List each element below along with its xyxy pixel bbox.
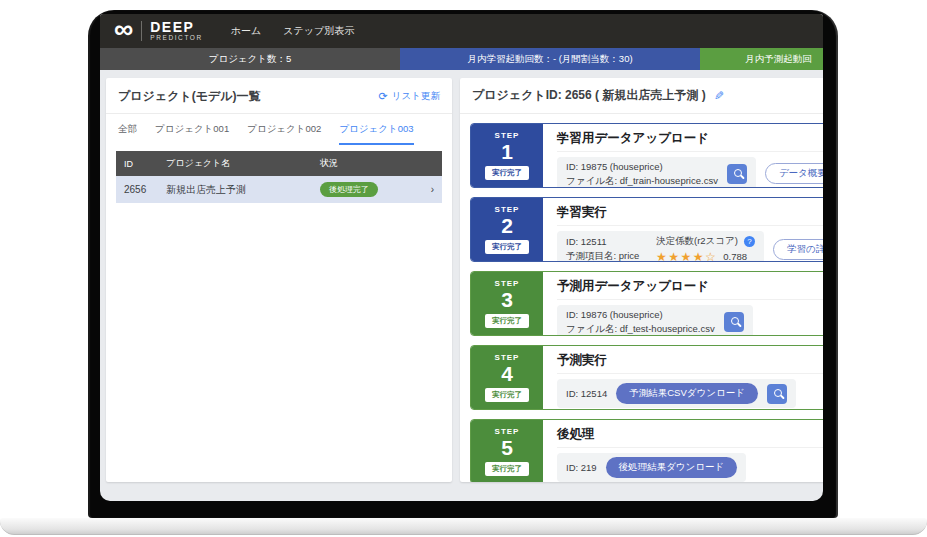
step-5-block: STEP 5 実行完了	[471, 420, 543, 482]
inspect-data-button[interactable]	[767, 384, 787, 404]
postprocess-download-button[interactable]: 後処理結果ダウンロード	[606, 457, 738, 478]
step-1-block: STEP 1 実行完了	[471, 124, 543, 187]
step-title: 予測実行	[557, 352, 823, 374]
inspect-data-button[interactable]	[724, 312, 744, 332]
laptop-screen: ∞ DEEP PREDICTOR ホーム ステップ別表示 プロジェクト数：5 月…	[100, 14, 823, 501]
nav-step-view[interactable]: ステップ別表示	[283, 24, 354, 38]
list-refresh-button[interactable]: ⟳ リスト更新	[379, 90, 440, 103]
step-3-block: STEP 3 実行完了	[471, 272, 543, 335]
step-number: 1	[501, 141, 513, 163]
step-word: STEP	[495, 279, 520, 288]
step-number: 5	[501, 437, 513, 459]
help-icon[interactable]: ?	[744, 236, 755, 247]
step-card-2: STEP 2 実行完了 学習実行 I	[470, 197, 823, 262]
step-number: 2	[501, 215, 513, 237]
col-header-spacer	[422, 151, 442, 176]
file-name: ファイル名: df_train-houseprice.csv	[566, 175, 718, 187]
step-2-block: STEP 2 実行完了	[471, 198, 543, 261]
refresh-icon: ⟳	[379, 90, 388, 103]
exec-status-badge: 実行完了	[485, 240, 529, 254]
step-card-4: STEP 4 実行完了 予測実行 ID: 12514 予測結果CSVダウンロード	[470, 345, 823, 410]
stat-training-runs: 月内学習起動回数：- (月間割当数：30)	[400, 48, 700, 70]
stat-prediction-runs: 月内予測起動回	[700, 48, 823, 70]
page: ∞ DEEP PREDICTOR ホーム ステップ別表示 プロジェクト数：5 月…	[0, 0, 927, 537]
step-1-body: 学習用データアップロード ID: 19875 (houseprice) ファイル…	[543, 124, 823, 187]
exec-status-badge: 実行完了	[485, 314, 529, 328]
step-list: STEP 1 実行完了 学習用データアップロード ID: 19875 (hous…	[460, 114, 823, 482]
project-detail-panel: プロジェクトID: 2656 ( 新規出店売上予測 ) ✎ STEP 1 実行完…	[460, 78, 823, 482]
laptop-base	[0, 518, 927, 535]
project-list-panel: プロジェクト(モデル)一覧 ⟳ リスト更新 全部 プロジェクト001 プロジェク…	[106, 78, 452, 482]
refresh-label: リスト更新	[392, 90, 440, 103]
step-card-5: STEP 5 実行完了 後処理 ID: 219 後処理結果ダウンロード	[470, 419, 823, 482]
step-4-detail-box: ID: 12514 予測結果CSVダウンロード	[557, 379, 796, 408]
table-row[interactable]: 2656 新規出店売上予測 後処理完了 ›	[116, 176, 442, 203]
app-header: ∞ DEEP PREDICTOR ホーム ステップ別表示	[100, 14, 823, 48]
step-number: 3	[501, 289, 513, 311]
tab-project-003[interactable]: プロジェクト003	[339, 123, 413, 145]
step-5-detail-box: ID: 219 後処理結果ダウンロード	[557, 453, 746, 482]
step-title: 学習実行	[557, 204, 823, 226]
status-badge: 後処理完了	[320, 182, 378, 197]
stat-project-count: プロジェクト数：5	[100, 48, 400, 70]
app-logo[interactable]: ∞ DEEP PREDICTOR	[114, 20, 203, 42]
data-summary-button[interactable]: データ概要	[765, 163, 823, 184]
infinity-logo-icon: ∞	[114, 19, 133, 39]
exec-status-badge: 実行完了	[485, 462, 529, 476]
learning-detail-button[interactable]: 学習の詳細	[773, 239, 823, 260]
step-card-1: STEP 1 実行完了 学習用データアップロード ID: 19875 (hous…	[470, 123, 823, 188]
star-rating: ★★★★☆	[656, 251, 717, 263]
step-2-detail-box: ID: 12511 決定係数(r2スコア) ? 予測項目名: price ★★★…	[557, 231, 764, 262]
top-nav: ホーム ステップ別表示	[231, 24, 354, 38]
step-word: STEP	[495, 205, 520, 214]
col-header-id: ID	[116, 151, 158, 176]
col-header-name: プロジェクト名	[158, 151, 312, 176]
step-word: STEP	[495, 427, 520, 436]
step-number: 4	[501, 363, 513, 385]
logo-divider	[141, 21, 142, 41]
edit-pencil-icon[interactable]: ✎	[714, 89, 724, 103]
logo-subtext: PREDICTOR	[150, 35, 203, 42]
cell-project-name: 新規出店売上予測	[158, 176, 312, 203]
tab-project-001[interactable]: プロジェクト001	[155, 123, 229, 145]
step-title: 学習用データアップロード	[557, 130, 823, 152]
project-table: ID プロジェクト名 状況 2656 新規出店売上予測	[116, 151, 442, 203]
step-4-block: STEP 4 実行完了	[471, 346, 543, 409]
main-content: プロジェクト(モデル)一覧 ⟳ リスト更新 全部 プロジェクト001 プロジェク…	[100, 70, 823, 501]
logo-text: DEEP	[150, 20, 203, 34]
magnifier-icon	[731, 317, 739, 325]
dataset-id: ID: 19875 (houseprice)	[566, 161, 718, 173]
prediction-id: ID: 12514	[566, 388, 607, 399]
dataset-id: ID: 19876 (houseprice)	[566, 309, 715, 321]
step-title: 予測用データアップロード	[557, 278, 823, 300]
row-chevron-icon[interactable]: ›	[422, 176, 442, 203]
score-value: 0.788	[723, 251, 747, 262]
inspect-data-button[interactable]	[727, 164, 747, 184]
step-2-body: 学習実行 ID: 12511 決定係数(r2スコア) ?	[543, 198, 823, 261]
project-detail-header: プロジェクトID: 2656 ( 新規出店売上予測 ) ✎	[460, 78, 823, 114]
metric-label: 決定係数(r2スコア)	[656, 235, 738, 248]
target-column: 予測項目名: price	[566, 250, 650, 262]
step-5-body: 後処理 ID: 219 後処理結果ダウンロード	[543, 420, 823, 482]
project-list-title: プロジェクト(モデル)一覧	[118, 88, 261, 105]
step-1-detail-box: ID: 19875 (houseprice) ファイル名: df_train-h…	[557, 157, 756, 188]
exec-status-badge: 実行完了	[485, 388, 529, 402]
project-tabs: 全部 プロジェクト001 プロジェクト002 プロジェクト003	[106, 114, 452, 145]
file-name: ファイル名: df_test-houseprice.csv	[566, 323, 715, 335]
cell-project-id: 2656	[116, 176, 158, 203]
table-header-row: ID プロジェクト名 状況	[116, 151, 442, 176]
tab-all[interactable]: 全部	[118, 123, 137, 145]
tab-project-002[interactable]: プロジェクト002	[247, 123, 321, 145]
step-word: STEP	[495, 131, 520, 140]
magnifier-icon	[774, 389, 782, 397]
cell-project-status: 後処理完了	[312, 176, 422, 203]
stats-bar: プロジェクト数：5 月内学習起動回数：- (月間割当数：30) 月内予測起動回	[100, 48, 823, 70]
project-detail-title: プロジェクトID: 2656 ( 新規出店売上予測 )	[472, 87, 706, 104]
postprocess-id: ID: 219	[566, 462, 597, 473]
csv-download-button[interactable]: 予測結果CSVダウンロード	[616, 383, 758, 404]
laptop-bezel: ∞ DEEP PREDICTOR ホーム ステップ別表示 プロジェクト数：5 月…	[88, 10, 838, 518]
nav-home[interactable]: ホーム	[231, 24, 261, 38]
step-4-body: 予測実行 ID: 12514 予測結果CSVダウンロード	[543, 346, 823, 409]
step-3-detail-box: ID: 19876 (houseprice) ファイル名: df_test-ho…	[557, 305, 753, 336]
step-3-body: 予測用データアップロード ID: 19876 (houseprice) ファイル…	[543, 272, 823, 335]
